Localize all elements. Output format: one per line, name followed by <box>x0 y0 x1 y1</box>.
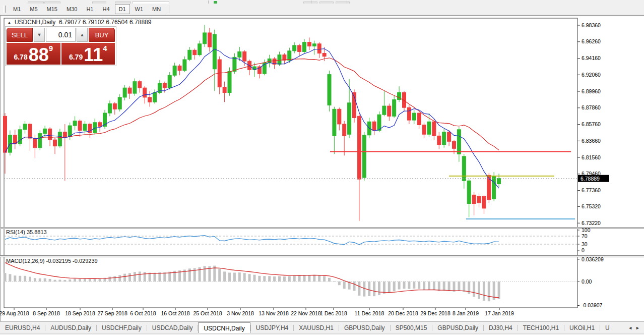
candle <box>153 93 157 102</box>
symbol-tab-sp500[interactable]: SP500,M15 <box>391 322 432 333</box>
candle <box>482 196 486 208</box>
candle <box>307 42 311 46</box>
sell-price-big: 88 <box>29 46 49 63</box>
candle <box>288 51 291 61</box>
collapse-arrow-icon[interactable]: ▲ <box>7 20 12 25</box>
candle <box>198 44 202 55</box>
buy-price-small: 6.79 <box>69 53 83 61</box>
symbol-tab-tech100[interactable]: TECH100,H1 <box>518 322 564 333</box>
candle <box>188 50 191 60</box>
buy-price-sup: 4 <box>103 44 107 52</box>
date-axis-label: 22 Nov 2018 <box>291 310 321 316</box>
mt4-window: { "toolbar": { "timeframes": ["M1","M5",… <box>0 0 644 335</box>
buy-button[interactable]: BUY <box>89 28 115 42</box>
tab-scroll-left-icon[interactable]: ◄ <box>628 325 632 330</box>
lot-size-input[interactable]: 0.01 <box>46 28 76 42</box>
candle <box>477 196 481 202</box>
toolbar-grip[interactable] <box>3 6 6 13</box>
toolbar-separator <box>169 5 169 13</box>
symbol-tab-eurusd[interactable]: EURUSD,H4 <box>0 322 45 333</box>
date-axis-label: 8 Jan 2019 <box>453 310 479 316</box>
timeframe-button-h4[interactable]: H4 <box>98 4 113 14</box>
price-axis-label: 6.75320 <box>582 203 601 209</box>
candle <box>113 103 116 109</box>
candle <box>388 106 391 116</box>
candle <box>462 156 466 181</box>
candle <box>278 55 281 65</box>
candle <box>58 132 61 146</box>
candle <box>412 113 416 120</box>
candle <box>233 57 236 71</box>
symbol-tab-gbpusd[interactable]: GBPUSD,Daily <box>339 322 390 333</box>
candle <box>128 88 132 93</box>
candle <box>393 100 396 117</box>
symbol-tab-u[interactable]: U <box>600 322 615 333</box>
tab-scroll-right-icon[interactable]: ► <box>635 325 640 330</box>
sell-button[interactable]: SELL <box>7 28 33 42</box>
current-price-tag-text: 6.78889 <box>581 176 600 182</box>
candle <box>457 130 461 154</box>
lot-step-up-button[interactable]: ▲ <box>77 28 88 42</box>
symbol-tab-bar: EURUSD,H4AUDUSD,DailyUSDCHF,DailyUSDCAD,… <box>0 321 644 333</box>
price-axis-label: 6.96260 <box>582 38 601 44</box>
candle <box>223 87 226 93</box>
candle <box>228 71 231 92</box>
timeframe-button-h1[interactable]: H1 <box>82 4 97 14</box>
symbol-tab-usdcad[interactable]: USDCAD,Daily <box>147 322 198 333</box>
top-toolbar-strip <box>0 0 644 4</box>
timeframe-button-w1[interactable]: W1 <box>131 4 148 14</box>
lot-step-down-button[interactable]: ▼ <box>34 28 45 42</box>
timeframe-toolbar: M1M5M15M30H1H4D1W1MN <box>0 4 644 15</box>
candle <box>492 176 496 199</box>
candle <box>417 113 421 125</box>
candle <box>427 122 431 134</box>
price-axis-label: 6.81560 <box>582 154 601 160</box>
date-axis-label: 25 Oct 2018 <box>193 310 222 316</box>
symbol-tab-usdjpy[interactable]: USDJPY,H4 <box>251 322 293 333</box>
timeframe-button-d1[interactable]: D1 <box>115 4 130 14</box>
candle <box>303 42 306 52</box>
symbol-tab-xauusd[interactable]: XAUUSD,H1 <box>294 322 339 333</box>
one-click-trade-panel: SELL ▼ 0.01 ▲ BUY 6.78 88 9 6.79 11 4 <box>5 26 116 66</box>
candle <box>362 135 366 178</box>
symbol-tab-dj30[interactable]: DJ30,H4 <box>484 322 518 333</box>
rsi-axis-label: 30 <box>582 241 588 247</box>
candle <box>108 103 111 113</box>
candle <box>53 140 57 146</box>
symbol-tab-usdchf[interactable]: USDCHF,Daily <box>97 322 147 333</box>
timeframe-button-m5[interactable]: M5 <box>26 4 41 14</box>
candle <box>178 66 181 70</box>
timeframe-button-m15[interactable]: M15 <box>43 4 61 14</box>
price-axis-label: 6.85760 <box>582 121 601 127</box>
symbol-tab-gbpusd[interactable]: GBPUSD,Daily <box>432 322 483 333</box>
candle <box>63 132 67 137</box>
candle <box>372 122 376 130</box>
price-axis-label: 6.98360 <box>582 22 601 28</box>
date-axis-label: 17 Jan 2019 <box>485 310 514 316</box>
candle <box>238 51 241 57</box>
rsi-axis-label: 70 <box>582 233 588 239</box>
symbol-tab-ukoil[interactable]: UKOil,H1 <box>564 322 600 333</box>
date-axis-label: 29 Dec 2018 <box>420 310 450 316</box>
candle <box>143 88 147 97</box>
candle <box>168 75 171 88</box>
timeframe-button-mn[interactable]: MN <box>148 4 165 14</box>
candle <box>323 53 326 57</box>
sell-price-panel[interactable]: 6.78 88 9 <box>7 43 60 65</box>
symbol-tab-usdcnh[interactable]: USDCNH,Daily <box>198 322 250 333</box>
candle <box>328 75 331 105</box>
candle <box>68 126 72 137</box>
price-axis-label: 6.73220 <box>582 220 601 226</box>
candle <box>208 33 211 47</box>
candle <box>138 82 142 88</box>
buy-price-panel[interactable]: 6.79 11 4 <box>61 43 115 65</box>
symbol-tab-audusd[interactable]: AUDUSD,Daily <box>45 322 96 333</box>
candle <box>23 124 27 130</box>
bottom-strip <box>0 333 644 335</box>
timeframe-button-m30[interactable]: M30 <box>62 4 81 14</box>
date-axis-label: 6 Oct 2018 <box>130 310 156 316</box>
date-axis-label: 13 Nov 2018 <box>259 310 289 316</box>
timeframe-button-m1[interactable]: M1 <box>9 4 25 14</box>
chart-ohlc-quote: 6.79077 6.79102 6.76504 6.78889 <box>59 19 152 26</box>
price-axis-label: 6.89960 <box>582 88 601 94</box>
